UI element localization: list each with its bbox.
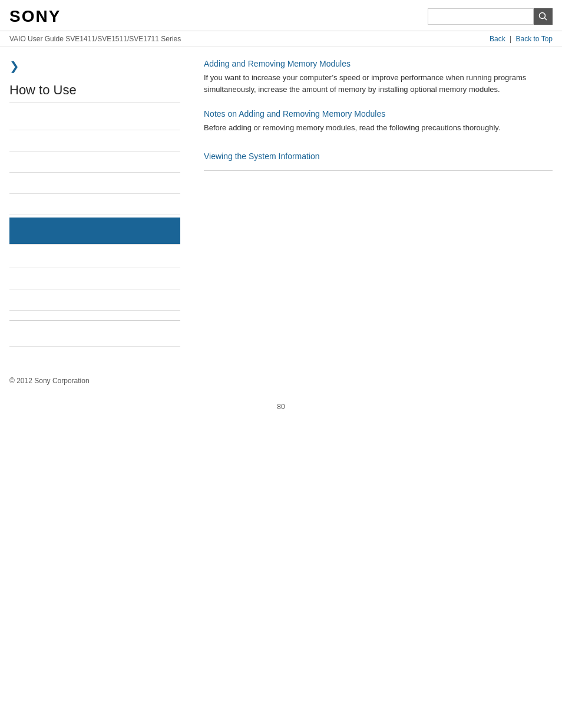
sidebar-footer-item[interactable] [9, 325, 180, 347]
viewing-system-info-link[interactable]: Viewing the System Information [204, 151, 553, 161]
adding-removing-desc: If you want to increase your computer’s … [204, 72, 553, 95]
main-content: ❯ How to Use Adding and Removing Memory … [0, 47, 562, 358]
sidebar-item-7[interactable] [9, 268, 180, 289]
svg-line-1 [545, 18, 547, 21]
search-button[interactable] [534, 8, 553, 25]
back-link[interactable]: Back [490, 35, 505, 43]
sidebar-footer [9, 320, 180, 347]
sidebar-item-4[interactable] [9, 173, 180, 194]
back-to-top-link[interactable]: Back to Top [515, 35, 553, 43]
notes-adding-desc: Before adding or removing memory modules… [204, 122, 553, 134]
notes-adding-link[interactable]: Notes on Adding and Removing Memory Modu… [204, 109, 553, 118]
content-area: Adding and Removing Memory Modules If yo… [192, 59, 553, 347]
sidebar-item-5[interactable] [9, 194, 180, 215]
sidebar-item-2[interactable] [9, 130, 180, 151]
adding-removing-link[interactable]: Adding and Removing Memory Modules [204, 59, 553, 68]
nav-bar: VAIO User Guide SVE1411/SVE1511/SVE1711 … [0, 31, 562, 47]
search-icon [538, 12, 548, 21]
content-section-1: Adding and Removing Memory Modules If yo… [204, 59, 553, 95]
guide-title: VAIO User Guide SVE1411/SVE1511/SVE1711 … [9, 35, 181, 43]
svg-point-0 [540, 13, 546, 19]
search-input[interactable] [428, 8, 534, 25]
search-box [428, 8, 553, 25]
nav-links: Back | Back to Top [490, 35, 553, 43]
sidebar-item-3[interactable] [9, 151, 180, 173]
sidebar-item-6[interactable] [9, 247, 180, 268]
sidebar-section-title: How to Use [9, 83, 180, 103]
header: SONY [0, 0, 562, 31]
sony-logo: SONY [9, 7, 61, 26]
page-number: 80 [0, 391, 562, 423]
sidebar-arrow[interactable]: ❯ [9, 59, 180, 73]
single-link-section: Viewing the System Information [204, 151, 553, 171]
content-section-2: Notes on Adding and Removing Memory Modu… [204, 109, 553, 134]
sidebar-item-1[interactable] [9, 109, 180, 130]
sidebar: ❯ How to Use [9, 59, 192, 347]
page-footer: © 2012 Sony Corporation [0, 358, 562, 391]
viewing-system-info-item: Viewing the System Information [204, 151, 553, 171]
nav-separator: | [510, 35, 511, 43]
sidebar-item-8[interactable] [9, 289, 180, 311]
copyright: © 2012 Sony Corporation [9, 377, 90, 385]
sidebar-highlighted-item[interactable] [9, 218, 180, 245]
